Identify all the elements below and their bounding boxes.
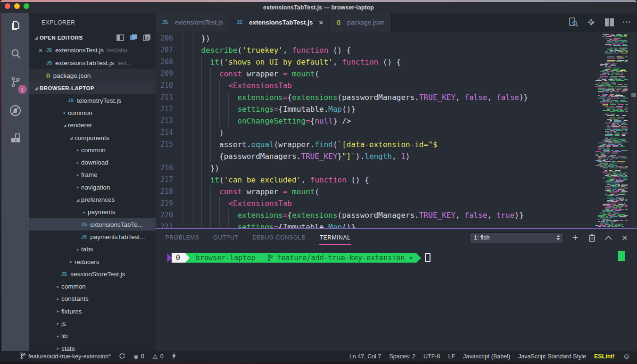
code-line[interactable]: 208it('shows on UI by default', function… [156, 56, 592, 68]
terminal-scrollbar[interactable] [618, 251, 625, 261]
code-line[interactable]: 214) [156, 127, 592, 139]
code-line[interactable]: 219<ExtensionsTab [156, 198, 592, 209]
split-editor-icon[interactable] [604, 17, 614, 27]
tree-item-lib[interactable]: ▸lib [29, 330, 156, 342]
tree-item-telemetrytest-js[interactable]: JStelemetryTest.js [29, 94, 156, 107]
terminal-select[interactable]: 1: fish [469, 232, 563, 243]
tree-item-common[interactable]: ▸common [29, 107, 156, 119]
status-sync[interactable] [119, 353, 125, 361]
open-preview-icon[interactable] [568, 17, 579, 27]
tree-item-js[interactable]: ▸js [29, 317, 156, 330]
new-terminal-icon[interactable]: + [571, 233, 580, 242]
panel-tab-debug-console[interactable]: DEBUG CONSOLE [252, 230, 306, 245]
maximize-panel-icon[interactable] [604, 233, 613, 242]
code-line[interactable]: {passwordManagers.TRUE_KEY}"]`).length, … [156, 150, 592, 162]
tree-item-renderer[interactable]: ◢renderer [29, 119, 156, 132]
status-language-mode[interactable]: Javascript (Babel) [463, 353, 510, 360]
code-text: extensions={extensions(passwordManagers.… [183, 209, 592, 221]
tree-item-extensionstabte-[interactable]: JSextensionsTabTe... [29, 218, 156, 231]
tree-item-payments[interactable]: ▸payments [29, 206, 156, 218]
panel-tab-terminal[interactable]: TERMINAL [319, 230, 351, 245]
token: settings [238, 223, 274, 228]
tab-extensionstabtest-js[interactable]: JSextensionsTabTest.js× [230, 13, 330, 32]
code-line[interactable]: 206}) [156, 33, 592, 44]
tree-item-sessionstoretest-js[interactable]: JSsessionStoreTest.js [29, 268, 156, 280]
tree-item-common[interactable]: ▸common [29, 144, 156, 156]
status-feedback[interactable]: ☺ [623, 352, 630, 361]
tree-item-download[interactable]: ▸download [29, 156, 156, 168]
activity-debug-button[interactable] [8, 103, 24, 119]
status-indentation[interactable]: Spaces: 2 [389, 353, 415, 360]
panel-tab-output[interactable]: OUTPUT [213, 230, 239, 245]
code-line[interactable]: 209const wrapper = mount( [156, 68, 592, 80]
line-number: 217 [156, 174, 183, 186]
code-line[interactable]: 210<ExtensionsTab [156, 80, 592, 91]
tree-item-state[interactable]: ▸state [29, 342, 156, 351]
tree-item-navigation[interactable]: ▸navigation [29, 181, 156, 193]
token: it [210, 175, 219, 184]
status-formatter[interactable]: JavaScript Standard Style [518, 353, 586, 360]
status-eol[interactable]: LF [448, 353, 455, 360]
activity-extensions-button[interactable] [8, 132, 24, 148]
code-line[interactable]: 220extensions={extensions(passwordManage… [156, 209, 592, 221]
code-line[interactable]: 217it('can be excluded', function () { [156, 174, 592, 186]
tree-item-reducers[interactable]: ▸reducers [29, 256, 156, 268]
close-editor-icon[interactable]: × [39, 47, 46, 54]
scrollbar-thumb[interactable] [631, 93, 636, 97]
minimap[interactable] [592, 32, 630, 228]
activity-source-control-button[interactable]: 1 [8, 75, 24, 91]
code-line[interactable]: 212settings={Immutable.Map()} [156, 103, 592, 115]
code-line[interactable]: 218const wrapper = mount( [156, 186, 592, 198]
activity-search-button[interactable] [8, 47, 24, 63]
open-editor-item[interactable]: ×JSextensionsTest.jstest/abo... [29, 44, 156, 57]
status-encoding[interactable]: UTF-8 [423, 353, 440, 360]
status-power-mode[interactable] [172, 352, 176, 361]
indent-guide [183, 33, 201, 44]
tree-item-components[interactable]: ◢components [29, 132, 156, 144]
code-line[interactable]: 213onChangeSetting={null} /> [156, 115, 592, 127]
status-cursor-position[interactable]: Ln 47, Col 7 [349, 353, 381, 360]
tree-item-constants[interactable]: ▸constants [29, 293, 156, 305]
code-line[interactable]: 215assert.equal(wrapper.find(`[data-exte… [156, 139, 592, 150]
close-panel-icon[interactable]: × [620, 233, 629, 242]
editor-group: JSextensionsTest.jsJSextensionsTabTest.j… [156, 13, 637, 351]
git-compare-icon[interactable] [586, 17, 596, 27]
activity-explorer-button[interactable] [8, 18, 24, 34]
tree-item-preferences[interactable]: ◢preferences [29, 193, 156, 206]
terminal[interactable]: 0 browser-laptop feature/add-true-key-ex… [156, 246, 637, 351]
tab-package-json[interactable]: {}package.json [330, 13, 391, 32]
tree-item-common[interactable]: ▸common [29, 280, 156, 292]
tab-extensionstest-js[interactable]: JSextensionsTest.js [156, 13, 230, 32]
code-line[interactable]: 221settings={Immutable.Map()} [156, 221, 592, 228]
code-line[interactable]: 207describe('truekey', function () { [156, 44, 592, 56]
tree-item-frame[interactable]: ▸frame [29, 169, 156, 181]
code-line[interactable]: 216}) [156, 162, 592, 174]
more-actions-icon[interactable]: ··· [622, 17, 632, 27]
status-eslint[interactable]: ESLint! [594, 353, 615, 360]
minimize-window-button[interactable] [14, 3, 20, 9]
tree-item-paymentstabtest-[interactable]: JSpaymentsTabTest... [29, 231, 156, 243]
open-editor-item[interactable]: {}package.json [29, 69, 156, 82]
close-all-editors-icon[interactable]: x [142, 34, 151, 41]
tree-item-fixtures[interactable]: ▸fixtures [29, 305, 156, 317]
save-all-icon[interactable] [129, 34, 138, 41]
code-line[interactable]: 211extensions={extensions(passwordManage… [156, 91, 592, 103]
status-git-branch[interactable]: feature/add-true-key-extension* [20, 352, 111, 361]
project-header[interactable]: ◢ BROWSER-LAPTOP [29, 82, 156, 94]
token: ( [238, 46, 242, 55]
editor-scrollbar[interactable] [630, 32, 637, 228]
panel-tab-problems[interactable]: PROBLEMS [165, 230, 200, 245]
open-editor-item[interactable]: JSextensionsTabTest.jstest... [29, 57, 156, 69]
code-area[interactable]: 206})207describe('truekey', function () … [156, 32, 592, 228]
split-editors-icon[interactable] [116, 34, 124, 41]
token: 1 [401, 152, 405, 161]
status-warnings[interactable]: ⚠0 [152, 353, 164, 360]
close-tab-icon[interactable]: × [319, 18, 323, 26]
open-editors-header[interactable]: ◢ OPEN EDITORS x [29, 32, 156, 44]
kill-terminal-icon[interactable] [587, 233, 596, 242]
titlebar[interactable]: extensionsTabTest.js — browser-laptop [0, 2, 637, 13]
tree-item-tabs[interactable]: ▸tabs [29, 243, 156, 256]
zoom-window-button[interactable] [24, 3, 29, 9]
close-window-button[interactable] [5, 3, 10, 9]
status-errors[interactable]: ⊗0 [133, 353, 144, 360]
